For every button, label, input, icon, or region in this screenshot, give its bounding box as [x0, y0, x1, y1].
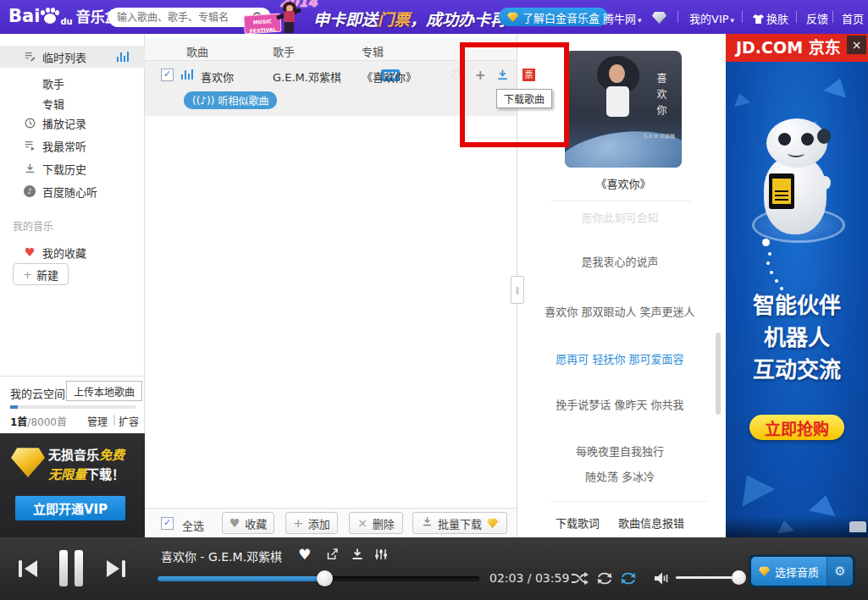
chevron-down-icon: ▾: [638, 16, 642, 25]
batch-download-button[interactable]: 批量下载: [412, 512, 507, 534]
sidebar-item-favorites[interactable]: ♥ 我的收藏: [0, 241, 145, 263]
sound-wave-icon: ((♪)): [192, 95, 214, 107]
now-playing-title[interactable]: 喜欢你 - G.E.M.邓紫棋: [161, 548, 282, 564]
divider: |: [113, 414, 116, 426]
select-quality-button[interactable]: 选择音质: [751, 557, 827, 586]
open-vip-button[interactable]: 立即开通VIP: [15, 496, 125, 520]
download-lyrics-link[interactable]: 下载歌词: [556, 517, 600, 530]
listen-similar-button[interactable]: ((♪)) 听相似歌曲: [184, 91, 277, 109]
ad-text-line2: 机器人: [726, 320, 868, 351]
close-ad-icon[interactable]: ×: [847, 36, 866, 54]
lyric-line: 喜欢你 那双眼动人 笑声更迷人: [518, 303, 721, 319]
jd-ad-banner[interactable]: 智能伙伴 机器人 互动交流 立即抢购 JD.COM 京东 ×: [726, 34, 868, 537]
sidebar-item-play-history[interactable]: 播放记录: [0, 112, 145, 134]
vip-gem-icon: [487, 518, 498, 528]
now-playing-equalizer-icon: [117, 52, 129, 62]
logo-du: du: [60, 17, 72, 26]
favorite-heart-icon[interactable]: ♥: [298, 546, 311, 563]
top-bar: Bai du 音乐盒 2014 MUSIC FESTIVAL 申卡即送门票，成功…: [0, 0, 868, 34]
divider: [550, 201, 691, 201]
song-artist[interactable]: G.E.M.邓紫棋: [273, 69, 341, 85]
tengniu-menu[interactable]: 腾牛网▾: [603, 10, 642, 26]
song-album[interactable]: 《喜欢你》: [362, 69, 417, 85]
player-bar: 喜欢你 - G.E.M.邓紫棋 ♥ 02:03 / 03:59 选择音质 ⚙: [0, 537, 868, 600]
row-checkbox[interactable]: ✓: [161, 69, 174, 81]
download-icon[interactable]: [351, 548, 364, 564]
sidebar-item-most-played[interactable]: 我最常听: [0, 135, 145, 157]
delete-button[interactable]: × 删除: [349, 512, 403, 534]
lyric-line-current: 愿再可 轻抚你 那可爱面容: [518, 350, 721, 366]
cloud-expand-link[interactable]: 扩容: [119, 414, 139, 428]
equalizer-settings-icon[interactable]: [374, 548, 388, 564]
report-song-info-link[interactable]: 歌曲信息报错: [618, 517, 684, 530]
select-all-label[interactable]: 全选: [182, 517, 204, 533]
divider: [677, 11, 678, 23]
ad-text-line3: 互动交流: [726, 352, 868, 383]
search-input[interactable]: [115, 11, 252, 25]
home-link[interactable]: 首页: [842, 10, 864, 26]
lyrics-links: 下载歌词 歌曲信息报错: [518, 515, 721, 531]
pause-button[interactable]: [59, 550, 83, 586]
select-all-checkbox[interactable]: ✓: [161, 517, 174, 530]
loop-icon-active[interactable]: [620, 571, 637, 589]
sidebar-item-baidu-radio[interactable]: ♪ 百度随心听: [0, 180, 145, 202]
divider: [832, 11, 833, 23]
baidu-paw-icon: [41, 8, 59, 25]
volume-icon[interactable]: [654, 571, 671, 589]
lyric-line: 随处荡 多冰冷: [518, 468, 721, 484]
cloud-usage-text: 1首/8000首: [10, 414, 67, 428]
sidebar-item-temp-list[interactable]: 临时列表: [0, 46, 145, 68]
my-vip-menu[interactable]: 我的VIP▾: [689, 10, 734, 26]
shuffle-icon[interactable]: [571, 571, 589, 589]
baidu-music-app: Bai du 音乐盒 2014 MUSIC FESTIVAL 申卡即送门票，成功…: [0, 0, 868, 600]
vip-gem-icon: [507, 12, 518, 22]
quality-button-group: 选择音质 ⚙: [749, 554, 855, 588]
new-playlist-button[interactable]: + 新建: [13, 263, 69, 285]
column-album[interactable]: 专辑: [362, 43, 384, 59]
download-icon: [422, 516, 433, 530]
vip-diamond-icon[interactable]: [652, 11, 666, 24]
album-art-artist: G.E.M.邓紫棋: [644, 132, 675, 140]
guitarist-image: [273, 0, 310, 34]
next-track-button[interactable]: [105, 559, 127, 582]
shirt-icon: [753, 14, 764, 24]
promo-banner-text[interactable]: 申卡即送门票，成功办卡再: [313, 7, 506, 30]
buy-now-button[interactable]: 立即抢购: [749, 415, 844, 440]
my-music-section-header: 我的音乐: [13, 218, 53, 233]
cloud-usage-progressbar: [10, 405, 135, 409]
column-song[interactable]: 歌曲: [186, 43, 208, 59]
column-artist[interactable]: 歌手: [273, 43, 295, 59]
sidebar-item-artists[interactable]: 歌手: [0, 72, 145, 94]
repeat-one-icon[interactable]: [596, 571, 613, 589]
previous-track-button[interactable]: [17, 559, 39, 582]
divider: [742, 11, 743, 23]
cloud-manage-link[interactable]: 管理: [87, 414, 108, 428]
plus-icon: +: [23, 268, 32, 281]
share-icon[interactable]: [325, 548, 340, 564]
platinum-music-button[interactable]: 了解白金音乐盒: [499, 8, 608, 26]
heart-icon: ♥: [23, 245, 36, 259]
lyrics-scrollbar[interactable]: [716, 333, 721, 415]
vip-gem-icon: [759, 566, 770, 576]
song-title[interactable]: 喜欢你: [201, 69, 234, 85]
feedback-link[interactable]: 反馈: [806, 10, 828, 26]
album-art-title: 喜欢你: [654, 73, 668, 121]
volume-handle[interactable]: [732, 570, 746, 585]
baidu-music-logo[interactable]: Bai du 音乐盒: [8, 5, 119, 26]
splitter-handle[interactable]: ‖: [511, 276, 524, 304]
album-art[interactable]: 喜欢你 G.E.M.邓紫棋: [565, 51, 682, 168]
robot-eye: [778, 133, 791, 146]
cloud-space-title: 我的云空间: [10, 385, 65, 401]
close-icon: ×: [357, 516, 368, 530]
vip-ad-panel[interactable]: 无损音乐免费 无限量下载！ 立即开通VIP: [0, 433, 145, 537]
upload-local-songs-button[interactable]: 上传本地歌曲: [66, 381, 142, 401]
sidebar-item-download-history[interactable]: 下载历史: [0, 157, 145, 179]
change-skin-link[interactable]: 换肤: [753, 10, 788, 26]
seek-handle[interactable]: [317, 570, 333, 586]
add-button[interactable]: + 添加: [285, 512, 338, 534]
cloud-space-panel: 我的云空间 上传本地歌曲 1首/8000首 管理 | 扩容: [0, 376, 145, 377]
list-footer-toolbar: ✓ 全选 ♥ 收藏 + 添加 × 删除 批量下载: [145, 508, 517, 537]
seek-bar-progress: [158, 576, 324, 581]
quality-settings-gear[interactable]: ⚙: [827, 557, 853, 586]
favorite-button[interactable]: ♥ 收藏: [222, 512, 274, 534]
